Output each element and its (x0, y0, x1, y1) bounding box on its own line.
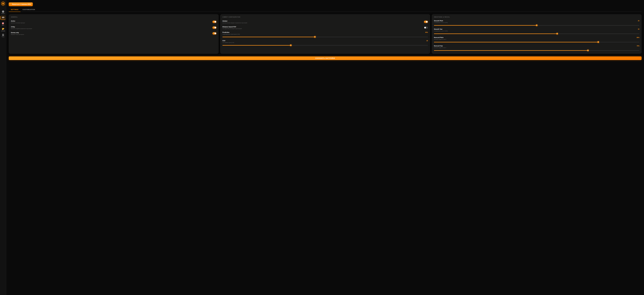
smooth-pitch-slider[interactable] (434, 24, 639, 26)
active-indicator-bar (0, 16, 0, 20)
main-content: ← Вернуться к странице APEX SETTINGSCUST… (6, 0, 644, 295)
setting-row-aimbot: AimbotАвтоматическая наводка на вражески… (222, 20, 428, 24)
slider-knob[interactable] (290, 44, 292, 46)
toggle-knob (214, 21, 216, 23)
setting-label: FOV (222, 40, 226, 42)
panel-title: SMOOTHING & RECOIL (434, 16, 639, 18)
setting-description: Визуалы только для врагов (11, 34, 24, 35)
prediction-slider[interactable] (222, 36, 428, 38)
x-ray-toggle[interactable] (212, 26, 216, 29)
hexagon-logo-icon[interactable] (1, 2, 5, 6)
sidebar-item-label: COLORS (1, 30, 5, 32)
setting-description: Включить подсветку вражеских персонажей (11, 28, 32, 29)
distance-based-fov-toggle[interactable] (424, 26, 428, 29)
enemy-only-toggle[interactable] (212, 32, 216, 34)
setting-label: Smooth Yaw (434, 28, 442, 30)
sidebar-item-trial[interactable]: TRIAL (0, 33, 6, 38)
setting-description: Сглаживание по оси X (0-50) (434, 22, 639, 23)
setting-description: Контроль отдачи по оси Y (434, 47, 639, 48)
norecoil-pitch-slider[interactable] (434, 41, 639, 43)
setting-label: Smooth Pitch (434, 20, 443, 22)
setting-row-x-ray: X-RayВключить подсветку вражеских персон… (11, 26, 216, 29)
slider-fill (434, 34, 557, 34)
setting-label: Enemy only (11, 32, 24, 33)
slider-knob[interactable] (556, 33, 558, 34)
fov-slider[interactable] (222, 44, 428, 46)
palette-icon (2, 28, 4, 30)
setting-row-enemy-only: Enemy onlyВизуалы только для врагов (11, 32, 216, 35)
sidebar-item-label: TRIAL (2, 36, 4, 37)
setting-value: 45% (425, 32, 428, 33)
setting-label: Distance based FOV (222, 26, 242, 28)
sidebar-item-label: VISUALS (1, 19, 5, 20)
laptop-icon (2, 34, 4, 36)
slider-knob[interactable] (314, 36, 316, 38)
tab-settings[interactable]: SETTINGS (9, 8, 20, 12)
setting-value: 80% (637, 37, 639, 38)
setting-label: Active (11, 20, 25, 22)
sidebar-item-misc[interactable]: MISC (0, 21, 6, 26)
sidebar-item-label: ASSIST (1, 13, 5, 14)
save-settings-button[interactable]: СОХРАНИТЬ НАСТРОЙКИ (9, 56, 642, 60)
setting-head: Norecoil Pitch80% (434, 37, 639, 38)
eye-icon (2, 16, 4, 19)
sidebar-item-assist[interactable]: ASSIST (0, 10, 6, 14)
tabs-bar: SETTINGSCUSTOMIZATION (9, 8, 642, 12)
setting-text: Enemy onlyВизуалы только для врагов (11, 32, 24, 35)
setting-row-active: ActiveВключить основные функции (11, 20, 216, 24)
setting-value: 30 (638, 28, 639, 30)
slider-knob[interactable] (536, 24, 538, 26)
slider-fill (434, 50, 588, 51)
slider-fill (222, 45, 291, 46)
slider-knob[interactable] (598, 41, 599, 43)
slider-fill (434, 42, 598, 42)
aimbot-toggle[interactable] (424, 21, 428, 23)
setting-text: X-RayВключить подсветку вражеских персон… (11, 26, 32, 29)
panel-general: GENERALActiveВключить основные функцииX-… (9, 14, 218, 54)
sidebar-item-visuals[interactable]: VISUALS (0, 16, 6, 20)
smooth-yaw-slider[interactable] (434, 33, 639, 34)
panel-title: AIMBOT CONFIGURATION (222, 16, 428, 18)
back-button[interactable]: ← Вернуться к странице APEX (9, 2, 33, 6)
setting-text: ActiveВключить основные функции (11, 20, 25, 24)
setting-label: X-Ray (11, 26, 32, 28)
setting-value: 25 (638, 20, 639, 22)
panel-smoothing-recoil: SMOOTHING & RECOILSmooth Pitch25Сглажива… (432, 14, 642, 54)
norecoil-yaw-slider[interactable] (434, 50, 639, 51)
setting-description: Включить основные функции (11, 22, 25, 24)
panel-aimbot-configuration: AIMBOT CONFIGURATIONAimbotАвтоматическая… (220, 14, 430, 54)
sidebar-nav: ASSISTVISUALSMISCCOLORSTRIAL (0, 10, 6, 38)
active-toggle[interactable] (212, 21, 216, 23)
setting-head: FOV30 (222, 40, 428, 42)
app-root: ASSISTVISUALSMISCCOLORSTRIAL ← Вернуться… (0, 0, 644, 295)
toggle-knob (426, 21, 428, 23)
gear-icon (2, 10, 4, 13)
panel-title: GENERAL (11, 16, 216, 18)
setting-row-smooth-pitch: Smooth Pitch25Сглаживание по оси X (0-50… (434, 20, 639, 26)
toggle-knob (214, 27, 216, 28)
settings-panels: GENERALActiveВключить основные функцииX-… (9, 14, 642, 54)
setting-description: Угол действия регулируется дистанцией (222, 28, 242, 29)
target-icon (2, 22, 4, 24)
tab-customization[interactable]: CUSTOMIZATION (20, 8, 37, 12)
setting-label: Norecoil Pitch (434, 37, 444, 38)
setting-text: AimbotАвтоматическая наводка на вражески… (222, 20, 247, 24)
setting-description: Предугадывание траектории (0-100) (222, 34, 428, 35)
setting-row-smooth-yaw: Smooth Yaw30Сглаживание по оси Y (0-50) (434, 28, 639, 34)
setting-row-norecoil-yaw: Norecoil Yaw75%Контроль отдачи по оси Y (434, 45, 639, 51)
setting-head: Prediction45% (222, 32, 428, 33)
toggle-knob (424, 27, 426, 28)
sidebar-item-label: MISC (2, 25, 4, 26)
setting-description: Автоматическая наводка на вражеских перс… (222, 22, 247, 24)
slider-fill (222, 37, 315, 37)
toggle-knob (214, 32, 216, 34)
setting-row-prediction: Prediction45%Предугадывание траектории (… (222, 32, 428, 38)
setting-head: Norecoil Yaw75% (434, 45, 639, 47)
setting-head: Smooth Pitch25 (434, 20, 639, 22)
slider-fill (434, 25, 537, 26)
setting-head: Smooth Yaw30 (434, 28, 639, 30)
slider-knob[interactable] (587, 50, 589, 51)
setting-description: Контроль отдачи по оси X (434, 39, 639, 40)
sidebar-item-colors[interactable]: COLORS (0, 27, 6, 32)
setting-text: Distance based FOVУгол действия регулиру… (222, 26, 242, 29)
